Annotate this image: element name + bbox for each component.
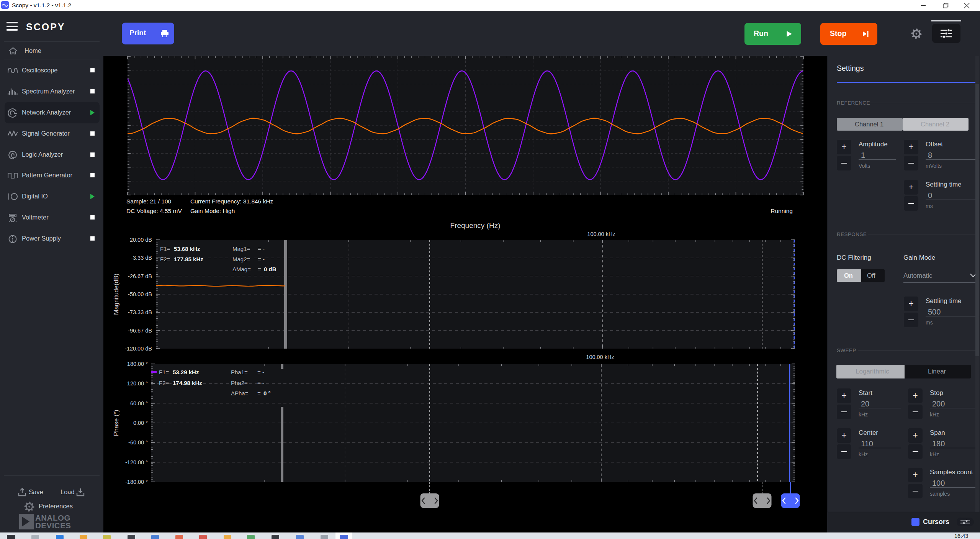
svg-text:Pha1=: Pha1= (231, 369, 248, 375)
svg-text:Magnitude(dB): Magnitude(dB) (113, 274, 119, 315)
svg-text:ΔPha=: ΔPha= (231, 390, 249, 396)
svg-text:0 °: 0 ° (263, 390, 271, 396)
svg-text:Sample: 21 / 100: Sample: 21 / 100 (126, 198, 172, 205)
svg-text:-26.67 dB: -26.67 dB (128, 273, 152, 279)
svg-text:Gain Mode: High: Gain Mode: High (190, 208, 235, 214)
svg-text:-120.00 dB: -120.00 dB (125, 346, 152, 352)
svg-text:-50.00 dB: -50.00 dB (128, 291, 152, 297)
svg-text:Frequency (Hz): Frequency (Hz) (450, 221, 501, 229)
svg-text:= -: = - (257, 369, 264, 375)
svg-text:=: = (257, 390, 261, 396)
svg-text:Phase (°): Phase (°) (113, 410, 119, 436)
svg-text:53.29 kHz: 53.29 kHz (173, 369, 199, 375)
svg-text:Pha2=: Pha2= (231, 380, 248, 386)
svg-text:20.00 dB: 20.00 dB (130, 237, 152, 243)
svg-text:ΔMag=: ΔMag= (232, 266, 251, 272)
svg-text:100.00 kHz: 100.00 kHz (587, 231, 615, 237)
svg-text:53.68 kHz: 53.68 kHz (174, 246, 200, 252)
svg-text:F1=: F1= (159, 369, 169, 375)
svg-text:-120.00 °: -120.00 ° (125, 459, 148, 465)
svg-text:Mag2=: Mag2= (232, 256, 250, 262)
svg-text:-96.67 dB: -96.67 dB (128, 328, 152, 334)
svg-text:Running: Running (771, 208, 793, 214)
svg-text:F2=: F2= (159, 380, 169, 386)
svg-text:= -: = - (258, 246, 265, 252)
svg-text:-180.00 °: -180.00 ° (125, 479, 148, 485)
svg-text:0 dB: 0 dB (264, 266, 276, 272)
svg-text:= -: = - (257, 380, 264, 386)
svg-text:120.00 °: 120.00 ° (127, 380, 148, 387)
svg-text:100.00 kHz: 100.00 kHz (586, 354, 614, 360)
svg-text:= -: = - (258, 256, 265, 262)
svg-text:174.98 kHz: 174.98 kHz (173, 380, 202, 386)
svg-text:180.00 °: 180.00 ° (127, 361, 148, 367)
svg-text:Current Frequency: 31.846 kHz: Current Frequency: 31.846 kHz (190, 198, 273, 205)
svg-text:=: = (258, 266, 261, 272)
svg-text:DC Voltage: 4.55 mV: DC Voltage: 4.55 mV (126, 208, 182, 214)
svg-text:F1=: F1= (160, 246, 170, 252)
svg-text:-73.33 dB: -73.33 dB (128, 309, 152, 315)
svg-text:177.85 kHz: 177.85 kHz (174, 256, 203, 262)
svg-text:60.00 °: 60.00 ° (130, 400, 148, 406)
svg-text:-3.33 dB: -3.33 dB (131, 255, 152, 261)
svg-text:Mag1=: Mag1= (232, 246, 250, 252)
svg-text:-60.00 °: -60.00 ° (128, 439, 148, 446)
svg-text:0.00 °: 0.00 ° (133, 420, 148, 426)
svg-text:F2=: F2= (160, 256, 170, 262)
